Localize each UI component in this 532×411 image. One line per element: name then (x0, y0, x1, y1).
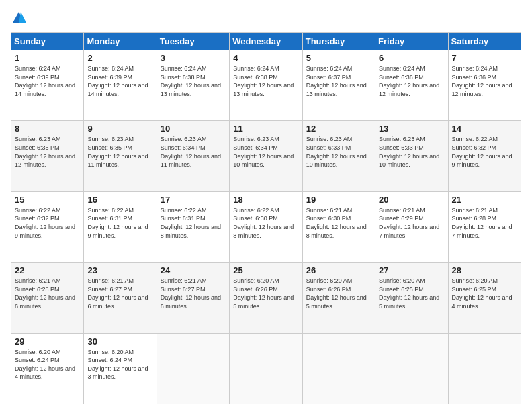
day-number: 30 (87, 336, 152, 347)
calendar-cell: 9 Sunrise: 6:23 AMSunset: 6:35 PMDayligh… (84, 121, 157, 191)
day-number: 28 (452, 265, 517, 275)
calendar-cell: 28 Sunrise: 6:20 AMSunset: 6:25 PMDaylig… (448, 263, 521, 333)
day-info: Sunrise: 6:24 AMSunset: 6:37 PMDaylight:… (306, 65, 367, 97)
calendar-cell (230, 333, 302, 404)
day-number: 4 (233, 53, 298, 63)
calendar-cell: 14 Sunrise: 6:22 AMSunset: 6:32 PMDaylig… (448, 121, 521, 191)
day-info: Sunrise: 6:21 AMSunset: 6:28 PMDaylight:… (15, 277, 75, 310)
day-number: 23 (87, 265, 152, 275)
weekday-header: Wednesday (230, 33, 302, 50)
svg-marker-1 (19, 12, 26, 23)
calendar-cell: 23 Sunrise: 6:21 AMSunset: 6:27 PMDaylig… (84, 263, 157, 333)
day-info: Sunrise: 6:22 AMSunset: 6:32 PMDaylight:… (452, 136, 513, 168)
calendar-cell: 17 Sunrise: 6:22 AMSunset: 6:31 PMDaylig… (157, 191, 229, 262)
calendar-cell: 27 Sunrise: 6:20 AMSunset: 6:25 PMDaylig… (375, 263, 448, 333)
calendar-cell (448, 333, 521, 404)
calendar-cell: 13 Sunrise: 6:23 AMSunset: 6:33 PMDaylig… (375, 121, 448, 191)
calendar-cell: 19 Sunrise: 6:21 AMSunset: 6:30 PMDaylig… (302, 191, 375, 262)
calendar-body: 1 Sunrise: 6:24 AMSunset: 6:39 PMDayligh… (11, 50, 521, 404)
day-info: Sunrise: 6:24 AMSunset: 6:38 PMDaylight:… (233, 65, 294, 97)
calendar-week-row: 1 Sunrise: 6:24 AMSunset: 6:39 PMDayligh… (11, 50, 521, 121)
day-info: Sunrise: 6:24 AMSunset: 6:36 PMDaylight:… (379, 65, 439, 97)
logo-text (11, 11, 27, 26)
day-number: 29 (15, 336, 80, 347)
calendar-week-row: 22 Sunrise: 6:21 AMSunset: 6:28 PMDaylig… (11, 263, 521, 333)
page: SundayMondayTuesdayWednesdayThursdayFrid… (0, 0, 532, 411)
day-number: 26 (306, 265, 371, 275)
calendar-week-row: 29 Sunrise: 6:20 AMSunset: 6:24 PMDaylig… (11, 333, 521, 404)
calendar-cell: 3 Sunrise: 6:24 AMSunset: 6:38 PMDayligh… (157, 50, 229, 121)
day-number: 13 (379, 124, 444, 134)
day-info: Sunrise: 6:24 AMSunset: 6:36 PMDaylight:… (452, 65, 513, 97)
calendar-cell (375, 333, 448, 404)
day-info: Sunrise: 6:24 AMSunset: 6:39 PMDaylight:… (87, 65, 148, 97)
calendar-cell: 16 Sunrise: 6:22 AMSunset: 6:31 PMDaylig… (84, 191, 157, 262)
day-info: Sunrise: 6:20 AMSunset: 6:25 PMDaylight:… (452, 277, 513, 310)
day-info: Sunrise: 6:20 AMSunset: 6:25 PMDaylight:… (379, 277, 439, 310)
calendar-cell: 1 Sunrise: 6:24 AMSunset: 6:39 PMDayligh… (11, 50, 84, 121)
day-info: Sunrise: 6:22 AMSunset: 6:31 PMDaylight:… (87, 207, 148, 239)
day-info: Sunrise: 6:23 AMSunset: 6:33 PMDaylight:… (306, 136, 367, 168)
day-number: 10 (161, 124, 226, 134)
calendar-cell: 20 Sunrise: 6:21 AMSunset: 6:29 PMDaylig… (375, 191, 448, 262)
calendar-cell: 22 Sunrise: 6:21 AMSunset: 6:28 PMDaylig… (11, 263, 84, 333)
day-number: 16 (87, 195, 152, 205)
day-number: 7 (452, 53, 517, 63)
calendar-cell: 8 Sunrise: 6:23 AMSunset: 6:35 PMDayligh… (11, 121, 84, 191)
calendar-week-row: 15 Sunrise: 6:22 AMSunset: 6:32 PMDaylig… (11, 191, 521, 262)
day-number: 19 (306, 195, 371, 205)
calendar-cell: 30 Sunrise: 6:20 AMSunset: 6:24 PMDaylig… (84, 333, 157, 404)
weekday-header: Monday (84, 33, 157, 50)
day-info: Sunrise: 6:22 AMSunset: 6:30 PMDaylight:… (233, 207, 294, 239)
day-number: 11 (233, 124, 298, 134)
day-info: Sunrise: 6:21 AMSunset: 6:29 PMDaylight:… (379, 207, 439, 239)
day-info: Sunrise: 6:22 AMSunset: 6:32 PMDaylight:… (15, 207, 75, 239)
calendar-cell: 10 Sunrise: 6:23 AMSunset: 6:34 PMDaylig… (157, 121, 229, 191)
day-number: 21 (452, 195, 517, 205)
day-number: 22 (15, 265, 80, 275)
calendar-cell: 25 Sunrise: 6:20 AMSunset: 6:26 PMDaylig… (230, 263, 302, 333)
day-number: 12 (306, 124, 371, 134)
day-number: 20 (379, 195, 444, 205)
day-info: Sunrise: 6:20 AMSunset: 6:26 PMDaylight:… (306, 277, 367, 310)
day-number: 25 (233, 265, 298, 275)
calendar-header-row: SundayMondayTuesdayWednesdayThursdayFrid… (11, 33, 521, 50)
day-info: Sunrise: 6:20 AMSunset: 6:26 PMDaylight:… (233, 277, 294, 310)
calendar-cell: 29 Sunrise: 6:20 AMSunset: 6:24 PMDaylig… (11, 333, 84, 404)
calendar-cell: 18 Sunrise: 6:22 AMSunset: 6:30 PMDaylig… (230, 191, 302, 262)
day-number: 18 (233, 195, 298, 205)
day-info: Sunrise: 6:21 AMSunset: 6:27 PMDaylight:… (87, 277, 148, 310)
day-number: 15 (15, 195, 80, 205)
day-info: Sunrise: 6:21 AMSunset: 6:28 PMDaylight:… (452, 207, 513, 239)
day-info: Sunrise: 6:21 AMSunset: 6:30 PMDaylight:… (306, 207, 367, 239)
day-info: Sunrise: 6:23 AMSunset: 6:35 PMDaylight:… (87, 136, 148, 168)
calendar-cell (302, 333, 375, 404)
day-info: Sunrise: 6:24 AMSunset: 6:38 PMDaylight:… (161, 65, 221, 97)
logo (11, 11, 27, 26)
day-number: 1 (15, 53, 80, 63)
day-info: Sunrise: 6:23 AMSunset: 6:34 PMDaylight:… (161, 136, 221, 168)
calendar-cell: 24 Sunrise: 6:21 AMSunset: 6:27 PMDaylig… (157, 263, 229, 333)
calendar-cell: 21 Sunrise: 6:21 AMSunset: 6:28 PMDaylig… (448, 191, 521, 262)
calendar: SundayMondayTuesdayWednesdayThursdayFrid… (11, 32, 521, 404)
calendar-week-row: 8 Sunrise: 6:23 AMSunset: 6:35 PMDayligh… (11, 121, 521, 191)
calendar-cell: 6 Sunrise: 6:24 AMSunset: 6:36 PMDayligh… (375, 50, 448, 121)
day-number: 6 (379, 53, 444, 63)
header (11, 11, 521, 26)
weekday-header: Thursday (302, 33, 375, 50)
weekday-header: Friday (375, 33, 448, 50)
weekday-header: Tuesday (157, 33, 229, 50)
day-number: 17 (161, 195, 226, 205)
day-info: Sunrise: 6:23 AMSunset: 6:34 PMDaylight:… (233, 136, 294, 168)
logo-icon (11, 11, 26, 26)
day-info: Sunrise: 6:22 AMSunset: 6:31 PMDaylight:… (161, 207, 221, 239)
day-number: 9 (87, 124, 152, 134)
calendar-cell: 11 Sunrise: 6:23 AMSunset: 6:34 PMDaylig… (230, 121, 302, 191)
calendar-cell: 2 Sunrise: 6:24 AMSunset: 6:39 PMDayligh… (84, 50, 157, 121)
day-number: 3 (161, 53, 226, 63)
day-number: 14 (452, 124, 517, 134)
day-number: 8 (15, 124, 80, 134)
weekday-header: Saturday (448, 33, 521, 50)
day-info: Sunrise: 6:23 AMSunset: 6:35 PMDaylight:… (15, 136, 75, 168)
day-info: Sunrise: 6:23 AMSunset: 6:33 PMDaylight:… (379, 136, 439, 168)
